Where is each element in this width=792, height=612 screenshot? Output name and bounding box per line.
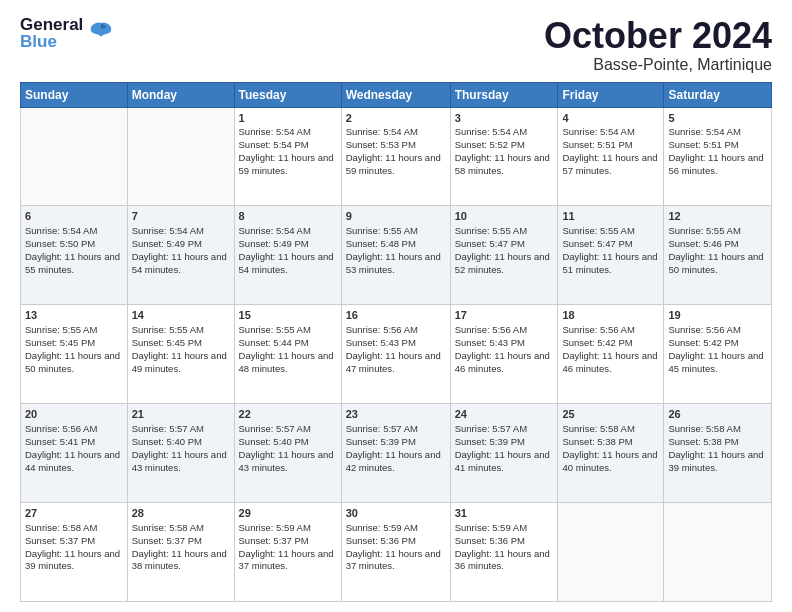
calendar-cell: 9Sunrise: 5:55 AMSunset: 5:48 PMDaylight… [341,206,450,305]
logo-bird-icon [87,19,115,47]
day-info: Sunset: 5:51 PM [668,139,767,152]
day-number: 2 [346,111,446,126]
day-info: Sunrise: 5:54 AM [562,126,659,139]
header: General Blue October 2024 Basse-Pointe, … [20,16,772,74]
day-info: Daylight: 11 hours and 57 minutes. [562,152,659,178]
day-number: 21 [132,407,230,422]
day-info: Sunset: 5:40 PM [239,436,337,449]
day-info: Sunset: 5:37 PM [25,535,123,548]
day-info: Sunrise: 5:56 AM [562,324,659,337]
day-info: Sunset: 5:41 PM [25,436,123,449]
calendar-cell: 20Sunrise: 5:56 AMSunset: 5:41 PMDayligh… [21,404,128,503]
day-info: Sunset: 5:54 PM [239,139,337,152]
day-number: 29 [239,506,337,521]
day-info: Sunrise: 5:58 AM [562,423,659,436]
calendar-header-row: Sunday Monday Tuesday Wednesday Thursday… [21,82,772,107]
day-number: 1 [239,111,337,126]
day-info: Sunrise: 5:54 AM [25,225,123,238]
day-number: 26 [668,407,767,422]
day-info: Daylight: 11 hours and 40 minutes. [562,449,659,475]
day-info: Sunset: 5:51 PM [562,139,659,152]
day-info: Daylight: 11 hours and 51 minutes. [562,251,659,277]
day-info: Sunrise: 5:57 AM [239,423,337,436]
day-info: Sunrise: 5:57 AM [455,423,554,436]
day-number: 15 [239,308,337,323]
day-info: Sunset: 5:52 PM [455,139,554,152]
calendar-cell [127,107,234,206]
day-info: Sunrise: 5:55 AM [132,324,230,337]
day-info: Sunrise: 5:55 AM [346,225,446,238]
day-number: 28 [132,506,230,521]
day-info: Daylight: 11 hours and 53 minutes. [346,251,446,277]
day-info: Sunrise: 5:59 AM [346,522,446,535]
day-info: Sunset: 5:45 PM [132,337,230,350]
day-info: Sunrise: 5:54 AM [346,126,446,139]
day-info: Sunrise: 5:56 AM [346,324,446,337]
col-thursday: Thursday [450,82,558,107]
calendar-cell: 10Sunrise: 5:55 AMSunset: 5:47 PMDayligh… [450,206,558,305]
day-info: Sunrise: 5:55 AM [25,324,123,337]
col-monday: Monday [127,82,234,107]
day-info: Daylight: 11 hours and 54 minutes. [239,251,337,277]
day-number: 5 [668,111,767,126]
day-info: Daylight: 11 hours and 54 minutes. [132,251,230,277]
calendar-cell: 3Sunrise: 5:54 AMSunset: 5:52 PMDaylight… [450,107,558,206]
day-number: 30 [346,506,446,521]
day-number: 4 [562,111,659,126]
calendar-cell: 12Sunrise: 5:55 AMSunset: 5:46 PMDayligh… [664,206,772,305]
calendar-cell: 6Sunrise: 5:54 AMSunset: 5:50 PMDaylight… [21,206,128,305]
calendar-cell: 4Sunrise: 5:54 AMSunset: 5:51 PMDaylight… [558,107,664,206]
day-info: Daylight: 11 hours and 44 minutes. [25,449,123,475]
day-number: 16 [346,308,446,323]
day-number: 25 [562,407,659,422]
day-info: Sunset: 5:39 PM [455,436,554,449]
day-number: 20 [25,407,123,422]
day-info: Sunset: 5:44 PM [239,337,337,350]
day-info: Sunrise: 5:54 AM [239,225,337,238]
col-sunday: Sunday [21,82,128,107]
day-info: Daylight: 11 hours and 38 minutes. [132,548,230,574]
calendar-week-row: 6Sunrise: 5:54 AMSunset: 5:50 PMDaylight… [21,206,772,305]
day-info: Sunset: 5:50 PM [25,238,123,251]
calendar-cell: 21Sunrise: 5:57 AMSunset: 5:40 PMDayligh… [127,404,234,503]
day-info: Daylight: 11 hours and 49 minutes. [132,350,230,376]
day-info: Sunset: 5:43 PM [346,337,446,350]
day-info: Daylight: 11 hours and 52 minutes. [455,251,554,277]
day-info: Sunset: 5:43 PM [455,337,554,350]
day-info: Sunrise: 5:55 AM [668,225,767,238]
calendar-week-row: 20Sunrise: 5:56 AMSunset: 5:41 PMDayligh… [21,404,772,503]
day-number: 14 [132,308,230,323]
title-block: October 2024 Basse-Pointe, Martinique [544,16,772,74]
day-info: Sunset: 5:38 PM [668,436,767,449]
day-info: Sunrise: 5:59 AM [239,522,337,535]
calendar-cell: 15Sunrise: 5:55 AMSunset: 5:44 PMDayligh… [234,305,341,404]
day-number: 3 [455,111,554,126]
day-info: Daylight: 11 hours and 46 minutes. [562,350,659,376]
calendar-cell: 16Sunrise: 5:56 AMSunset: 5:43 PMDayligh… [341,305,450,404]
day-number: 10 [455,209,554,224]
day-info: Sunrise: 5:55 AM [239,324,337,337]
calendar-table: Sunday Monday Tuesday Wednesday Thursday… [20,82,772,602]
day-number: 23 [346,407,446,422]
calendar-cell: 1Sunrise: 5:54 AMSunset: 5:54 PMDaylight… [234,107,341,206]
day-info: Daylight: 11 hours and 46 minutes. [455,350,554,376]
day-info: Sunrise: 5:54 AM [132,225,230,238]
day-info: Daylight: 11 hours and 58 minutes. [455,152,554,178]
day-info: Daylight: 11 hours and 37 minutes. [346,548,446,574]
day-info: Sunset: 5:39 PM [346,436,446,449]
day-number: 6 [25,209,123,224]
calendar-week-row: 13Sunrise: 5:55 AMSunset: 5:45 PMDayligh… [21,305,772,404]
day-number: 22 [239,407,337,422]
day-info: Sunrise: 5:54 AM [668,126,767,139]
calendar-cell: 13Sunrise: 5:55 AMSunset: 5:45 PMDayligh… [21,305,128,404]
day-info: Sunset: 5:37 PM [132,535,230,548]
calendar-cell: 22Sunrise: 5:57 AMSunset: 5:40 PMDayligh… [234,404,341,503]
logo-general: General [20,16,83,33]
day-info: Sunrise: 5:55 AM [455,225,554,238]
day-info: Daylight: 11 hours and 59 minutes. [239,152,337,178]
calendar-cell: 25Sunrise: 5:58 AMSunset: 5:38 PMDayligh… [558,404,664,503]
calendar-cell: 5Sunrise: 5:54 AMSunset: 5:51 PMDaylight… [664,107,772,206]
day-info: Daylight: 11 hours and 59 minutes. [346,152,446,178]
day-info: Sunset: 5:49 PM [239,238,337,251]
day-info: Daylight: 11 hours and 47 minutes. [346,350,446,376]
